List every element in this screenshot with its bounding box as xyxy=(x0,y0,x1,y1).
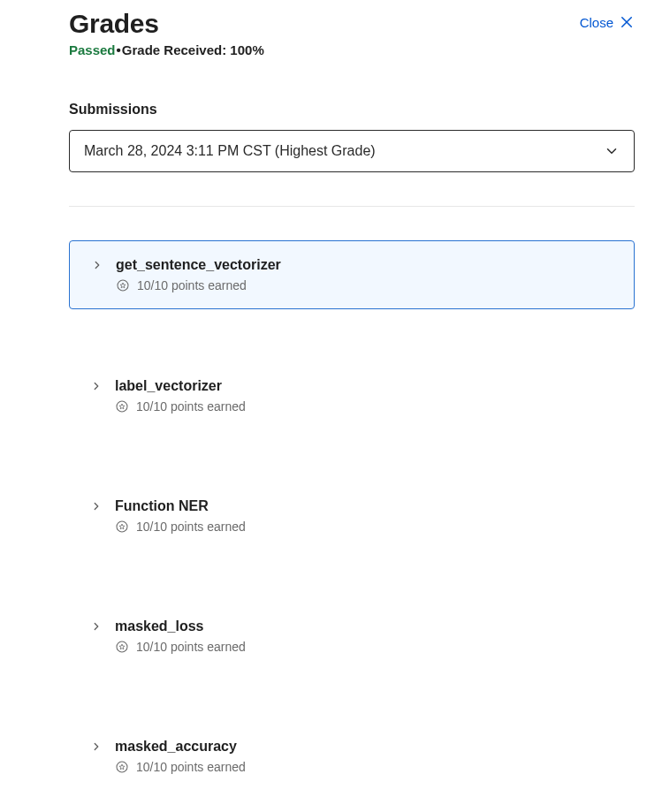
star-badge-icon xyxy=(116,278,130,292)
grade-item[interactable]: get_sentence_vectorizer10/10 points earn… xyxy=(69,240,635,309)
grade-item[interactable]: Function NER10/10 points earned xyxy=(69,482,635,550)
submissions-dropdown[interactable]: March 28, 2024 3:11 PM CST (Highest Grad… xyxy=(69,130,635,172)
status-line: Passed•Grade Received: 100% xyxy=(69,42,635,57)
svg-point-6 xyxy=(117,762,127,772)
grade-item-title: masked_accuracy xyxy=(115,739,621,755)
grade-item-title: label_vectorizer xyxy=(115,378,621,394)
grade-item-sub: 10/10 points earned xyxy=(115,640,621,654)
grade-item-title: get_sentence_vectorizer xyxy=(116,257,620,273)
star-badge-icon xyxy=(115,640,129,654)
grade-item[interactable]: masked_accuracy10/10 points earned xyxy=(69,723,635,790)
svg-point-2 xyxy=(118,280,128,291)
close-button[interactable]: Close xyxy=(580,14,635,30)
submissions-selected: March 28, 2024 3:11 PM CST (Highest Grad… xyxy=(84,143,376,159)
grade-item-sub: 10/10 points earned xyxy=(115,520,621,534)
chevron-right-icon xyxy=(90,380,103,414)
star-badge-icon xyxy=(115,399,129,414)
close-icon xyxy=(619,14,635,30)
grade-item[interactable]: label_vectorizer10/10 points earned xyxy=(69,362,635,429)
grade-item-sub: 10/10 points earned xyxy=(115,760,621,774)
submissions-label: Submissions xyxy=(69,102,635,118)
grade-items: get_sentence_vectorizer10/10 points earn… xyxy=(69,240,635,812)
chevron-right-icon xyxy=(90,620,103,654)
grade-item-title: Function NER xyxy=(115,498,621,514)
grade-item-points: 10/10 points earned xyxy=(136,760,246,774)
grade-item-points: 10/10 points earned xyxy=(136,399,246,414)
divider xyxy=(69,206,635,207)
grade-item-points: 10/10 points earned xyxy=(136,640,246,654)
svg-point-5 xyxy=(117,641,127,652)
grade-item-points: 10/10 points earned xyxy=(136,520,246,534)
page-title: Grades xyxy=(69,9,159,39)
status-grade: Grade Received: 100% xyxy=(122,42,264,57)
status-passed: Passed xyxy=(69,42,116,57)
chevron-right-icon xyxy=(90,500,103,534)
grade-item-points: 10/10 points earned xyxy=(137,278,247,292)
chevron-down-icon xyxy=(604,143,620,159)
star-badge-icon xyxy=(115,520,129,534)
grade-item[interactable]: masked_loss10/10 points earned xyxy=(69,603,635,670)
svg-point-3 xyxy=(117,401,127,412)
star-badge-icon xyxy=(115,760,129,774)
chevron-right-icon xyxy=(90,740,103,774)
chevron-right-icon xyxy=(91,259,103,292)
grade-item-sub: 10/10 points earned xyxy=(116,278,620,292)
close-label: Close xyxy=(580,15,613,30)
grade-item-title: masked_loss xyxy=(115,618,621,634)
svg-point-4 xyxy=(117,521,127,532)
grade-item-sub: 10/10 points earned xyxy=(115,399,621,414)
